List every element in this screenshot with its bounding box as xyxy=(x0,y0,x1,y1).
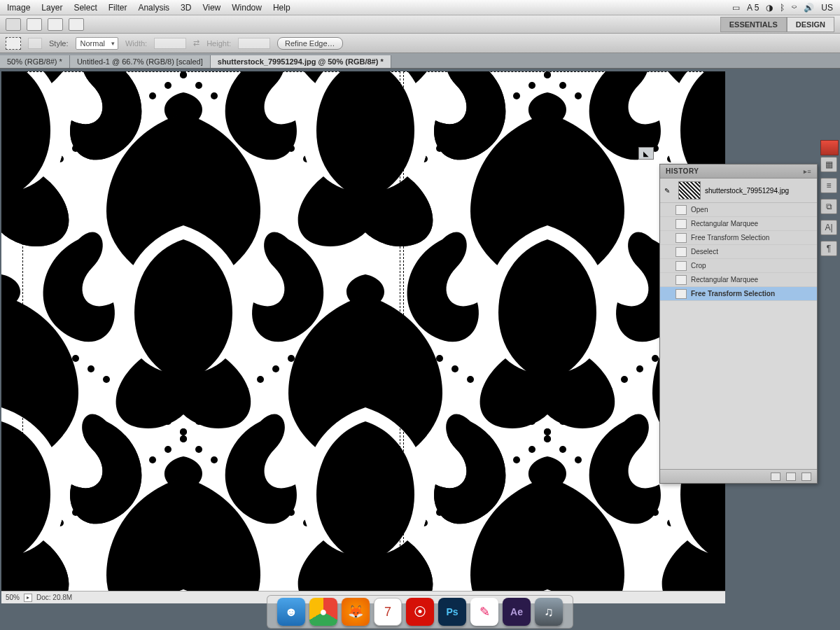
width-label: Width: xyxy=(125,39,147,48)
sync-icon[interactable]: ◑ xyxy=(766,3,773,13)
history-panel: HISTORY ▸≡ ✎ shutterstock_79951294.jpg O… xyxy=(659,164,818,484)
refine-edge-button[interactable]: Refine Edge… xyxy=(277,37,343,50)
transform-step-icon xyxy=(676,289,687,299)
history-step[interactable]: Rectangular Marquee xyxy=(660,217,817,231)
swap-wh-icon[interactable]: ⇄ xyxy=(193,38,200,48)
history-step-label: Rectangular Marquee xyxy=(691,220,758,227)
height-label: Height: xyxy=(206,39,231,48)
menu-help[interactable]: Help xyxy=(273,3,290,13)
open-step-icon xyxy=(676,205,687,215)
dock-chrome-icon[interactable]: ● xyxy=(309,598,337,626)
workspace-area: 50% ▸ Doc: 20.8M ◣ ▦ ≡ ⧉ A| ¶ HISTORY ▸≡… xyxy=(0,69,840,603)
transform-step-icon xyxy=(676,233,687,243)
options-bar-top: ESSENTIALS DESIGN xyxy=(0,15,840,34)
adobe-status-icon: A 5 xyxy=(747,3,759,13)
history-panel-footer xyxy=(660,469,817,483)
height-field[interactable] xyxy=(238,38,270,49)
dock-firefox-icon[interactable]: 🦊 xyxy=(342,598,370,626)
current-tool-icon[interactable] xyxy=(6,18,21,31)
color-panel-collapsed-icon[interactable] xyxy=(820,140,839,155)
dock-skitch-icon[interactable]: ✎ xyxy=(470,598,498,626)
history-snapshot-row[interactable]: ✎ shutterstock_79951294.jpg xyxy=(660,178,817,203)
svg-rect-13 xyxy=(1,71,725,603)
delete-state-icon[interactable] xyxy=(802,472,811,481)
snapshot-name: shutterstock_79951294.jpg xyxy=(705,187,789,195)
menu-view[interactable]: View xyxy=(202,3,220,13)
history-step[interactable]: Rectangular Marquee xyxy=(660,273,817,287)
workspace-switcher: ESSENTIALS DESIGN xyxy=(720,17,834,32)
layers-icon[interactable]: ⧉ xyxy=(820,199,837,214)
history-panel-tab[interactable]: HISTORY ▸≡ xyxy=(660,164,817,178)
document-tab-bar: 50% (RGB/8#) * Untitled-1 @ 66.7% (RGB/8… xyxy=(0,53,840,69)
history-panel-title: HISTORY xyxy=(666,167,699,175)
wifi-icon[interactable]: ⌔ xyxy=(792,3,797,13)
macos-menubar: Image Layer Select Filter Analysis 3D Vi… xyxy=(0,0,840,15)
history-step[interactable]: Deselect xyxy=(660,245,817,259)
history-step-label: Rectangular Marquee xyxy=(691,276,758,284)
screencast-icon[interactable]: ▭ xyxy=(732,3,740,13)
macos-dock: ☻ ● 🦊 7 ⦿ Ps ✎ Ae ♫ xyxy=(267,595,573,629)
tool-options-bar: Style: Normal Width: ⇄ Height: Refine Ed… xyxy=(0,34,840,53)
flag-icon[interactable]: US xyxy=(821,3,833,13)
bluetooth-icon[interactable]: ᛒ xyxy=(780,3,785,13)
document-tab-active[interactable]: shutterstock_79951294.jpg @ 50% (RGB/8#)… xyxy=(211,55,391,68)
history-brush-source-icon[interactable]: ✎ xyxy=(664,187,674,195)
create-document-from-state-icon[interactable] xyxy=(771,472,780,481)
snapshot-thumbnail xyxy=(678,181,701,200)
workspace-design[interactable]: DESIGN xyxy=(787,17,834,32)
screen-mode-dropdown[interactable] xyxy=(69,18,84,31)
menu-3d[interactable]: 3D xyxy=(181,3,191,13)
history-step[interactable]: Open xyxy=(660,203,817,217)
adjustments-icon[interactable]: ≡ xyxy=(820,178,837,193)
menu-layer[interactable]: Layer xyxy=(41,3,62,13)
panel-menu-icon[interactable]: ▸≡ xyxy=(804,168,811,175)
app-menu-group: Image Layer Select Filter Analysis 3D Vi… xyxy=(7,3,290,13)
history-panel-empty-area xyxy=(660,301,817,469)
menu-analysis[interactable]: Analysis xyxy=(138,3,169,13)
tool-preset-dropdown[interactable] xyxy=(27,18,42,31)
width-field[interactable] xyxy=(154,38,186,49)
damask-pattern-image xyxy=(1,71,725,603)
style-label: Style: xyxy=(49,39,69,48)
macos-status-icons: ▭ A 5 ◑ ᛒ ⌔ 🔊 US xyxy=(732,3,833,13)
dock-lastfm-icon[interactable]: ⦿ xyxy=(406,598,434,626)
style-select-value: Normal xyxy=(80,39,105,48)
history-step-label: Deselect xyxy=(691,248,718,255)
crop-step-icon xyxy=(676,261,687,271)
menu-filter[interactable]: Filter xyxy=(108,3,127,13)
right-collapsed-dock: ▦ ≡ ⧉ A| ¶ xyxy=(820,157,839,256)
dock-photoshop-icon[interactable]: Ps xyxy=(438,598,466,626)
menu-window[interactable]: Window xyxy=(232,3,262,13)
dock-calendar-icon[interactable]: 7 xyxy=(374,598,402,626)
selection-new-icon[interactable] xyxy=(28,38,42,49)
history-step-label: Free Transform Selection xyxy=(691,290,775,298)
document-tab[interactable]: 50% (RGB/8#) * xyxy=(0,55,70,68)
paragraph-icon[interactable]: ¶ xyxy=(820,241,837,256)
menu-image[interactable]: Image xyxy=(7,3,30,13)
history-step[interactable]: Free Transform Selection xyxy=(660,231,817,245)
document-tab[interactable]: Untitled-1 @ 66.7% (RGB/8) [scaled] xyxy=(70,55,211,68)
arrange-documents-dropdown[interactable] xyxy=(48,18,63,31)
history-step[interactable]: Crop xyxy=(660,259,817,273)
refine-edge-label: Refine Edge… xyxy=(285,39,335,48)
document-canvas[interactable] xyxy=(1,71,725,603)
status-menu-arrow[interactable]: ▸ xyxy=(24,594,32,602)
volume-icon[interactable]: 🔊 xyxy=(804,3,814,13)
history-step-label: Crop xyxy=(691,262,706,270)
history-step-label: Free Transform Selection xyxy=(691,234,769,241)
marquee-step-icon xyxy=(676,219,687,229)
history-step-label: Open xyxy=(691,206,708,214)
dock-itunes-icon[interactable]: ♫ xyxy=(535,598,563,626)
character-icon[interactable]: A| xyxy=(820,220,837,235)
transform-reference-icon[interactable]: ◣ xyxy=(638,147,654,160)
zoom-level-field[interactable]: 50% xyxy=(6,594,20,601)
marquee-tool-icon[interactable] xyxy=(6,37,21,50)
menu-select[interactable]: Select xyxy=(74,3,97,13)
swatches-icon[interactable]: ▦ xyxy=(820,157,837,172)
workspace-essentials[interactable]: ESSENTIALS xyxy=(720,17,787,32)
dock-finder-icon[interactable]: ☻ xyxy=(277,598,305,626)
dock-aftereffects-icon[interactable]: Ae xyxy=(503,598,531,626)
new-snapshot-icon[interactable] xyxy=(786,472,796,481)
style-select[interactable]: Normal xyxy=(76,37,118,50)
history-step-current[interactable]: Free Transform Selection xyxy=(660,287,817,301)
